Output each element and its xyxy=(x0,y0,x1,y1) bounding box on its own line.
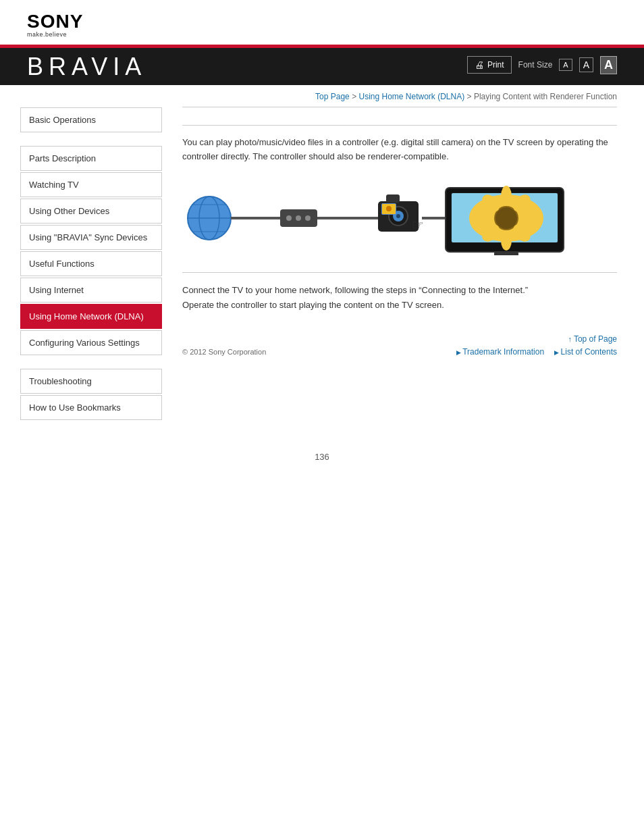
svg-point-9 xyxy=(305,215,311,221)
sidebar-item-troubleshooting[interactable]: Troubleshooting xyxy=(20,369,162,394)
sidebar-item-configuring-settings[interactable]: Configuring Various Settings xyxy=(20,330,162,355)
top-of-page-anchor[interactable]: Top of Page xyxy=(568,334,617,344)
sidebar-spacer-2 xyxy=(20,357,162,369)
diagram-svg: ☞ xyxy=(182,181,574,255)
divider-3 xyxy=(182,272,617,273)
step-1: Connect the TV to your home network, fol… xyxy=(182,283,617,298)
sidebar-item-basic-operations[interactable]: Basic Operations xyxy=(20,107,162,132)
sidebar-item-parts-description[interactable]: Parts Description xyxy=(20,146,162,171)
sidebar-item-watching-tv[interactable]: Watching TV xyxy=(20,172,162,197)
divider-top xyxy=(182,107,617,107)
bravia-controls: Print Font Size A A A xyxy=(467,56,617,74)
svg-rect-35 xyxy=(494,252,518,255)
main-layout: Basic Operations Parts Description Watch… xyxy=(0,85,644,432)
bravia-bar: BRAVIA Print Font Size A A A xyxy=(0,45,644,85)
sidebar-item-using-bravia-sync[interactable]: Using "BRAVIA" Sync Devices xyxy=(20,225,162,250)
svg-point-28 xyxy=(474,213,494,224)
page-number: 136 xyxy=(0,452,644,475)
breadcrumb-sep2: > xyxy=(467,92,474,101)
diagram-area: ☞ xyxy=(182,178,617,259)
sidebar-item-using-home-network[interactable]: Using Home Network (DLNA) xyxy=(20,304,162,329)
sidebar-spacer-top xyxy=(20,95,162,107)
svg-point-26 xyxy=(501,186,512,206)
sidebar-item-using-other-devices[interactable]: Using Other Devices xyxy=(20,199,162,224)
up-arrow-icon xyxy=(568,334,574,344)
print-button[interactable]: Print xyxy=(467,56,512,74)
list-of-contents-link[interactable]: List of Contents xyxy=(554,347,617,357)
top-of-page-label: Top of Page xyxy=(574,334,617,344)
sony-text: SONY xyxy=(27,12,83,31)
bravia-title: BRAVIA xyxy=(27,53,146,81)
breadcrumb-top-page[interactable]: Top Page xyxy=(315,92,350,101)
sony-tagline: make.believe xyxy=(27,31,67,38)
svg-point-7 xyxy=(286,215,292,221)
font-size-label: Font Size xyxy=(518,60,553,70)
divider-2 xyxy=(182,125,617,126)
svg-text:☞: ☞ xyxy=(412,217,424,232)
svg-point-27 xyxy=(501,230,512,251)
svg-point-15 xyxy=(396,214,400,218)
top-bar: SONY make.believe xyxy=(0,0,644,45)
breadcrumb-sep1: > xyxy=(352,92,358,101)
svg-point-18 xyxy=(386,206,392,211)
copyright: © 2012 Sony Corporation xyxy=(182,348,266,356)
breadcrumb: Top Page > Using Home Network (DLNA) > P… xyxy=(182,92,617,101)
sidebar-item-using-internet[interactable]: Using Internet xyxy=(20,278,162,303)
step-2: Operate the controller to start playing … xyxy=(182,298,617,313)
font-large-button[interactable]: A xyxy=(600,56,617,74)
sidebar-item-useful-functions[interactable]: Useful Functions xyxy=(20,251,162,276)
breadcrumb-dlna[interactable]: Using Home Network (DLNA) xyxy=(358,92,464,101)
sony-logo: SONY make.believe xyxy=(27,12,617,38)
svg-point-8 xyxy=(296,215,301,221)
content-area: Top Page > Using Home Network (DLNA) > P… xyxy=(162,85,644,432)
steps-text: Connect the TV to your home network, fol… xyxy=(182,283,617,313)
print-label: Print xyxy=(487,60,504,70)
breadcrumb-current: Playing Content with Renderer Function xyxy=(474,92,617,101)
footer-right: Trademark Information List of Contents xyxy=(456,347,617,357)
sidebar-spacer-1 xyxy=(20,134,162,146)
footer-links: © 2012 Sony Corporation Trademark Inform… xyxy=(182,347,617,357)
intro-text: You can play photo/music/video files in … xyxy=(182,136,617,164)
font-medium-button[interactable]: A xyxy=(579,57,593,72)
trademark-link[interactable]: Trademark Information xyxy=(456,347,544,357)
svg-rect-12 xyxy=(386,194,400,203)
svg-point-34 xyxy=(495,207,517,229)
print-icon xyxy=(475,59,484,70)
title-spacer xyxy=(182,113,617,120)
svg-point-29 xyxy=(518,213,539,224)
top-of-page-link: Top of Page xyxy=(182,333,617,344)
sidebar-item-how-to-use-bookmarks[interactable]: How to Use Bookmarks xyxy=(20,395,162,420)
sidebar: Basic Operations Parts Description Watch… xyxy=(0,85,162,432)
font-small-button[interactable]: A xyxy=(559,59,572,71)
